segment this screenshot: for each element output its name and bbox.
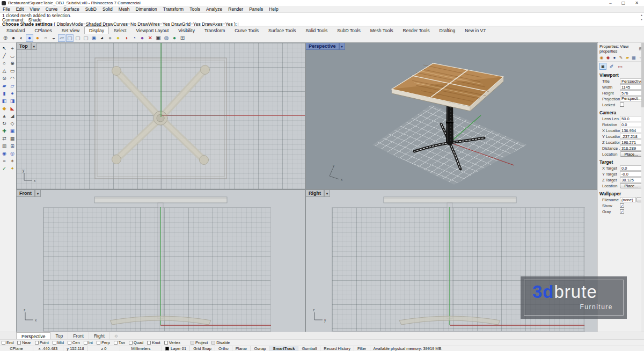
subtab-icon[interactable]: ▭ (617, 63, 624, 70)
tool-icon[interactable]: △ (1, 68, 8, 75)
toolbar-icon[interactable]: ● (26, 34, 33, 42)
tool-icon[interactable]: ✦ (9, 165, 16, 172)
tool-icon[interactable]: ◡ (9, 53, 16, 60)
viewport-tab[interactable]: Top (50, 332, 68, 339)
tool-icon[interactable]: ◢ (9, 113, 16, 120)
lens-input[interactable]: 50.0 (620, 116, 642, 121)
maximize-button[interactable]: ▢ (621, 1, 626, 5)
ribbon-tab[interactable]: Set View (57, 26, 84, 34)
status-segment[interactable]: Planar (232, 346, 251, 351)
locked-checkbox[interactable] (620, 103, 624, 107)
ribbon-tab[interactable]: Mesh Tools (365, 26, 398, 34)
tool-icon[interactable]: ⇄ (1, 135, 8, 142)
toolbar-icon[interactable]: ▢ (74, 34, 82, 42)
osnap-checkbox[interactable] (35, 341, 39, 345)
viewport-tab[interactable]: Perspective (16, 332, 50, 339)
toolbar-icon[interactable]: ✕ (147, 34, 154, 42)
osnap-option[interactable]: Point (35, 340, 49, 345)
tool-icon[interactable]: ⊞ (9, 143, 16, 150)
osnap-option[interactable]: Disable (211, 340, 230, 345)
viewport-tab[interactable]: Right (89, 332, 110, 339)
minimize-button[interactable]: – (609, 1, 611, 5)
tool-icon[interactable]: ▰ (1, 83, 8, 90)
command-area[interactable]: 1 closed mesh added to selection. Comman… (0, 12, 644, 26)
viewport-front[interactable]: z x Front ▾ (17, 190, 305, 332)
status-segment[interactable]: Osnap (251, 346, 269, 351)
viewport-title-right[interactable]: Right ▾ (306, 190, 330, 197)
subtab-icon[interactable]: ✐ (608, 63, 615, 70)
tool-icon[interactable]: ╱ (1, 53, 8, 60)
ribbon-tab[interactable]: SubD Tools (332, 26, 365, 34)
toolbar-icon[interactable]: ◍ (163, 34, 170, 42)
tool-icon[interactable]: ✚ (1, 128, 8, 135)
camera-x-input[interactable]: 136.954 (620, 128, 642, 133)
menu-item[interactable]: SubD (85, 6, 97, 12)
tool-icon[interactable]: ▦ (9, 135, 16, 142)
toolbar-icon[interactable]: ● (106, 34, 114, 42)
status-segment[interactable]: z 0 (88, 346, 120, 351)
tool-icon[interactable]: ✓ (1, 165, 8, 172)
tool-icon[interactable]: ⊕ (9, 60, 16, 67)
panel-scrollbar[interactable] (641, 43, 644, 332)
tool-icon[interactable]: ▥ (1, 143, 8, 150)
toolbar-icon[interactable]: ▢ (66, 34, 74, 42)
toolbar-icon[interactable]: ● (114, 34, 122, 42)
ribbon-tab[interactable]: New in V7 (460, 26, 491, 34)
tool-icon[interactable]: ◎ (9, 150, 16, 157)
tool-icon[interactable]: ≡ (1, 158, 8, 165)
menu-item[interactable]: View (30, 6, 39, 12)
osnap-checkbox[interactable] (68, 341, 71, 345)
menu-item[interactable]: Analyze (206, 6, 222, 12)
ribbon-tab[interactable]: Transform (200, 26, 230, 34)
osnap-option[interactable]: Vertex (164, 340, 180, 345)
toolbar-icon[interactable]: ● (171, 34, 178, 42)
menu-item[interactable]: Render (228, 6, 243, 12)
title-input[interactable]: Perspective (620, 78, 642, 84)
menu-item[interactable]: Mesh (119, 6, 130, 12)
status-segment[interactable]: CPlane (0, 346, 33, 351)
ribbon-tab[interactable]: Visibility (173, 26, 200, 34)
osnap-option[interactable]: Near (17, 340, 31, 345)
ribbon-tab[interactable]: Drafting (434, 26, 460, 34)
osnap-checkbox[interactable] (17, 341, 21, 345)
osnap-checkbox[interactable] (2, 341, 5, 345)
tool-icon[interactable]: ▭ (9, 68, 16, 75)
ribbon-tab[interactable]: Display (84, 26, 109, 34)
ribbon-tab[interactable]: CPlanes (30, 26, 57, 34)
osnap-option[interactable]: Int (84, 340, 93, 345)
viewport-top[interactable]: y x Top ▾ (17, 43, 305, 189)
tool-icon[interactable]: ↖ (1, 45, 8, 52)
menu-item[interactable]: File (3, 6, 10, 12)
status-segment[interactable]: Grid Snap (190, 346, 215, 351)
projection-dropdown[interactable]: Perspecti... ▾ (620, 96, 642, 101)
osnap-checkbox[interactable] (84, 341, 87, 345)
menu-item[interactable]: Surface (63, 6, 79, 12)
panel-tab-icon[interactable]: ✎ (618, 55, 624, 60)
tool-icon[interactable]: ○ (1, 60, 8, 67)
osnap-option[interactable]: Tan (114, 340, 125, 345)
ribbon-tab[interactable]: Render Tools (398, 26, 435, 34)
tool-icon[interactable]: ⌖ (9, 45, 16, 52)
status-segment[interactable]: Record History (320, 346, 354, 351)
viewport-title-top[interactable]: Top ▾ (17, 43, 37, 50)
toolbar-icon[interactable]: ◒ (50, 34, 57, 42)
toolbar-icon[interactable]: ▣ (155, 34, 162, 42)
target-z-input[interactable]: 38.125 (620, 177, 642, 182)
menu-item[interactable]: Panels (249, 6, 263, 12)
status-segment[interactable]: Ortho (215, 346, 232, 351)
chevron-down-icon[interactable]: ▾ (35, 190, 41, 197)
tool-icon[interactable]: ✶ (9, 158, 16, 165)
scroll-up-icon[interactable]: ▲ (640, 14, 643, 17)
toolbar-icon[interactable]: ◉ (90, 34, 98, 42)
panel-tab-icon[interactable]: ▰ (625, 55, 630, 60)
panel-tab-icon[interactable]: ● (612, 55, 617, 60)
status-segment[interactable]: y 152.118 (63, 346, 88, 351)
panel-tab-icon[interactable]: ◆ (605, 55, 611, 60)
menu-item[interactable]: Dimension (136, 6, 157, 12)
osnap-checkbox[interactable] (191, 341, 194, 345)
osnap-checkbox[interactable] (164, 341, 168, 345)
toolbar-icon[interactable]: ◑ (122, 34, 130, 42)
osnap-checkbox[interactable] (53, 341, 56, 345)
toolbar-icon[interactable]: ● (138, 34, 146, 42)
tool-icon[interactable]: ● (9, 90, 16, 97)
